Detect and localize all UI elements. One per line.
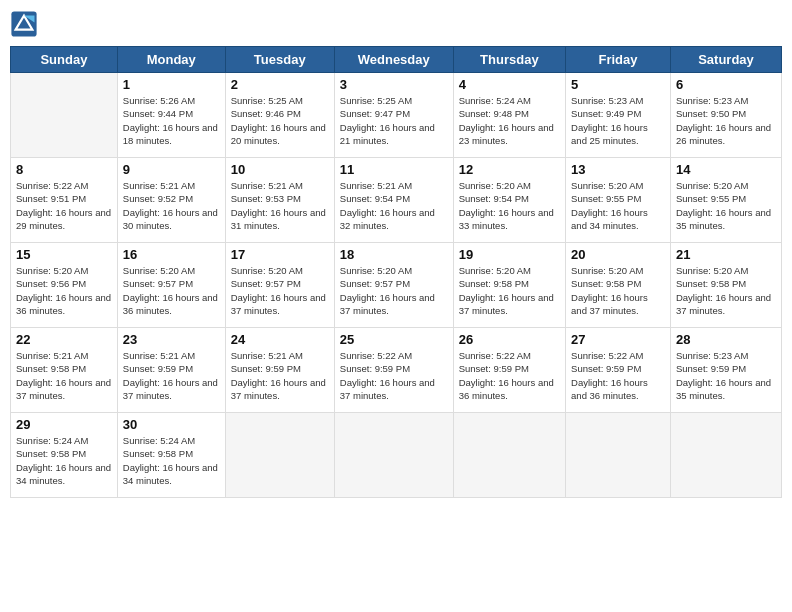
day-cell: 10 Sunrise: 5:21 AM Sunset: 9:53 PM Dayl… xyxy=(225,158,334,243)
day-cell: 15 Sunrise: 5:20 AM Sunset: 9:56 PM Dayl… xyxy=(11,243,118,328)
day-info: Sunrise: 5:22 AM Sunset: 9:51 PM Dayligh… xyxy=(16,179,112,232)
page-header xyxy=(10,10,782,38)
day-info: Sunrise: 5:26 AM Sunset: 9:44 PM Dayligh… xyxy=(123,94,220,147)
day-header-thursday: Thursday xyxy=(453,47,565,73)
day-cell: 14 Sunrise: 5:20 AM Sunset: 9:55 PM Dayl… xyxy=(670,158,781,243)
day-cell: 20 Sunrise: 5:20 AM Sunset: 9:58 PM Dayl… xyxy=(566,243,671,328)
day-cell: 9 Sunrise: 5:21 AM Sunset: 9:52 PM Dayli… xyxy=(117,158,225,243)
day-info: Sunrise: 5:21 AM Sunset: 9:53 PM Dayligh… xyxy=(231,179,329,232)
day-cell: 25 Sunrise: 5:22 AM Sunset: 9:59 PM Dayl… xyxy=(334,328,453,413)
day-number: 2 xyxy=(231,77,329,92)
day-info: Sunrise: 5:21 AM Sunset: 9:59 PM Dayligh… xyxy=(123,349,220,402)
day-info: Sunrise: 5:21 AM Sunset: 9:52 PM Dayligh… xyxy=(123,179,220,232)
week-row-0: 1 Sunrise: 5:26 AM Sunset: 9:44 PM Dayli… xyxy=(11,73,782,158)
day-header-wednesday: Wednesday xyxy=(334,47,453,73)
day-cell: 30 Sunrise: 5:24 AM Sunset: 9:58 PM Dayl… xyxy=(117,413,225,498)
day-cell: 11 Sunrise: 5:21 AM Sunset: 9:54 PM Dayl… xyxy=(334,158,453,243)
day-cell: 28 Sunrise: 5:23 AM Sunset: 9:59 PM Dayl… xyxy=(670,328,781,413)
day-cell: 21 Sunrise: 5:20 AM Sunset: 9:58 PM Dayl… xyxy=(670,243,781,328)
day-info: Sunrise: 5:20 AM Sunset: 9:57 PM Dayligh… xyxy=(340,264,448,317)
day-number: 4 xyxy=(459,77,560,92)
logo xyxy=(10,10,42,38)
day-number: 28 xyxy=(676,332,776,347)
day-info: Sunrise: 5:21 AM Sunset: 9:58 PM Dayligh… xyxy=(16,349,112,402)
day-info: Sunrise: 5:20 AM Sunset: 9:58 PM Dayligh… xyxy=(459,264,560,317)
day-cell: 29 Sunrise: 5:24 AM Sunset: 9:58 PM Dayl… xyxy=(11,413,118,498)
calendar-table: SundayMondayTuesdayWednesdayThursdayFrid… xyxy=(10,46,782,498)
day-number: 12 xyxy=(459,162,560,177)
day-header-monday: Monday xyxy=(117,47,225,73)
day-info: Sunrise: 5:20 AM Sunset: 9:54 PM Dayligh… xyxy=(459,179,560,232)
day-cell: 17 Sunrise: 5:20 AM Sunset: 9:57 PM Dayl… xyxy=(225,243,334,328)
week-row-3: 22 Sunrise: 5:21 AM Sunset: 9:58 PM Dayl… xyxy=(11,328,782,413)
day-number: 17 xyxy=(231,247,329,262)
day-cell: 26 Sunrise: 5:22 AM Sunset: 9:59 PM Dayl… xyxy=(453,328,565,413)
day-number: 13 xyxy=(571,162,665,177)
day-info: Sunrise: 5:23 AM Sunset: 9:50 PM Dayligh… xyxy=(676,94,776,147)
day-cell: 27 Sunrise: 5:22 AM Sunset: 9:59 PM Dayl… xyxy=(566,328,671,413)
day-number: 9 xyxy=(123,162,220,177)
day-cell: 6 Sunrise: 5:23 AM Sunset: 9:50 PM Dayli… xyxy=(670,73,781,158)
day-cell: 12 Sunrise: 5:20 AM Sunset: 9:54 PM Dayl… xyxy=(453,158,565,243)
day-cell: 4 Sunrise: 5:24 AM Sunset: 9:48 PM Dayli… xyxy=(453,73,565,158)
week-row-4: 29 Sunrise: 5:24 AM Sunset: 9:58 PM Dayl… xyxy=(11,413,782,498)
day-info: Sunrise: 5:20 AM Sunset: 9:56 PM Dayligh… xyxy=(16,264,112,317)
day-cell: 18 Sunrise: 5:20 AM Sunset: 9:57 PM Dayl… xyxy=(334,243,453,328)
day-info: Sunrise: 5:20 AM Sunset: 9:57 PM Dayligh… xyxy=(123,264,220,317)
day-info: Sunrise: 5:23 AM Sunset: 9:59 PM Dayligh… xyxy=(676,349,776,402)
day-cell xyxy=(453,413,565,498)
day-info: Sunrise: 5:24 AM Sunset: 9:58 PM Dayligh… xyxy=(16,434,112,487)
day-number: 11 xyxy=(340,162,448,177)
day-number: 29 xyxy=(16,417,112,432)
day-header-tuesday: Tuesday xyxy=(225,47,334,73)
day-cell: 24 Sunrise: 5:21 AM Sunset: 9:59 PM Dayl… xyxy=(225,328,334,413)
day-cell: 23 Sunrise: 5:21 AM Sunset: 9:59 PM Dayl… xyxy=(117,328,225,413)
week-row-1: 8 Sunrise: 5:22 AM Sunset: 9:51 PM Dayli… xyxy=(11,158,782,243)
week-row-2: 15 Sunrise: 5:20 AM Sunset: 9:56 PM Dayl… xyxy=(11,243,782,328)
day-cell xyxy=(670,413,781,498)
day-cell: 3 Sunrise: 5:25 AM Sunset: 9:47 PM Dayli… xyxy=(334,73,453,158)
day-info: Sunrise: 5:23 AM Sunset: 9:49 PM Dayligh… xyxy=(571,94,665,147)
day-cell: 16 Sunrise: 5:20 AM Sunset: 9:57 PM Dayl… xyxy=(117,243,225,328)
day-number: 16 xyxy=(123,247,220,262)
day-number: 6 xyxy=(676,77,776,92)
day-cell: 1 Sunrise: 5:26 AM Sunset: 9:44 PM Dayli… xyxy=(117,73,225,158)
day-number: 21 xyxy=(676,247,776,262)
day-number: 23 xyxy=(123,332,220,347)
day-number: 10 xyxy=(231,162,329,177)
day-info: Sunrise: 5:25 AM Sunset: 9:46 PM Dayligh… xyxy=(231,94,329,147)
day-info: Sunrise: 5:20 AM Sunset: 9:57 PM Dayligh… xyxy=(231,264,329,317)
day-cell: 8 Sunrise: 5:22 AM Sunset: 9:51 PM Dayli… xyxy=(11,158,118,243)
day-number: 14 xyxy=(676,162,776,177)
day-number: 22 xyxy=(16,332,112,347)
day-info: Sunrise: 5:21 AM Sunset: 9:54 PM Dayligh… xyxy=(340,179,448,232)
day-info: Sunrise: 5:25 AM Sunset: 9:47 PM Dayligh… xyxy=(340,94,448,147)
day-header-friday: Friday xyxy=(566,47,671,73)
day-number: 30 xyxy=(123,417,220,432)
day-info: Sunrise: 5:20 AM Sunset: 9:58 PM Dayligh… xyxy=(571,264,665,317)
day-number: 15 xyxy=(16,247,112,262)
day-info: Sunrise: 5:21 AM Sunset: 9:59 PM Dayligh… xyxy=(231,349,329,402)
day-number: 19 xyxy=(459,247,560,262)
day-cell xyxy=(334,413,453,498)
day-info: Sunrise: 5:22 AM Sunset: 9:59 PM Dayligh… xyxy=(459,349,560,402)
day-info: Sunrise: 5:22 AM Sunset: 9:59 PM Dayligh… xyxy=(571,349,665,402)
day-info: Sunrise: 5:24 AM Sunset: 9:58 PM Dayligh… xyxy=(123,434,220,487)
day-header-saturday: Saturday xyxy=(670,47,781,73)
day-cell xyxy=(566,413,671,498)
day-number: 25 xyxy=(340,332,448,347)
day-cell: 19 Sunrise: 5:20 AM Sunset: 9:58 PM Dayl… xyxy=(453,243,565,328)
day-number: 18 xyxy=(340,247,448,262)
day-info: Sunrise: 5:20 AM Sunset: 9:58 PM Dayligh… xyxy=(676,264,776,317)
day-number: 8 xyxy=(16,162,112,177)
day-number: 24 xyxy=(231,332,329,347)
day-cell: 13 Sunrise: 5:20 AM Sunset: 9:55 PM Dayl… xyxy=(566,158,671,243)
day-info: Sunrise: 5:22 AM Sunset: 9:59 PM Dayligh… xyxy=(340,349,448,402)
day-cell: 5 Sunrise: 5:23 AM Sunset: 9:49 PM Dayli… xyxy=(566,73,671,158)
day-info: Sunrise: 5:20 AM Sunset: 9:55 PM Dayligh… xyxy=(571,179,665,232)
day-number: 27 xyxy=(571,332,665,347)
logo-icon xyxy=(10,10,38,38)
day-number: 1 xyxy=(123,77,220,92)
day-number: 20 xyxy=(571,247,665,262)
day-cell: 22 Sunrise: 5:21 AM Sunset: 9:58 PM Dayl… xyxy=(11,328,118,413)
